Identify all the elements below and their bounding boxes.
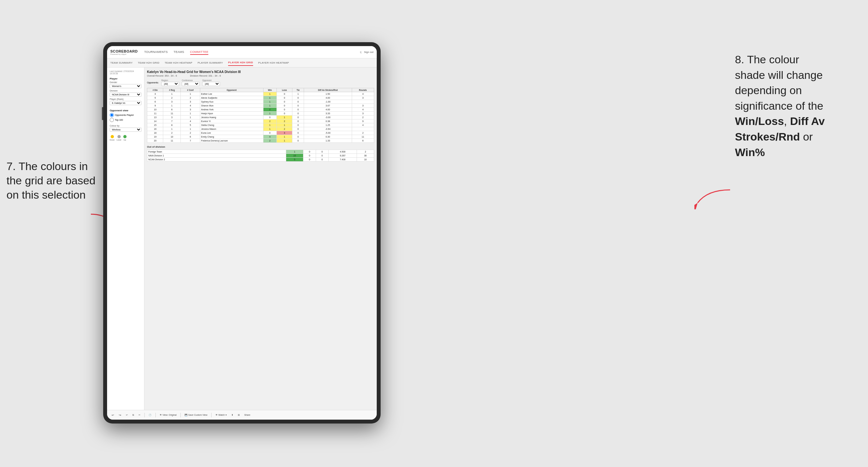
cell-reg: 6 bbox=[163, 108, 181, 112]
sidebar-gender-label: Gender bbox=[110, 81, 142, 84]
cell-loss: 0 bbox=[276, 112, 292, 116]
cell-conf: 1 bbox=[181, 112, 200, 116]
grid-area: Katelyn Vo Head-to-Head Grid for Women's… bbox=[145, 67, 377, 410]
tablet-frame: SCOREBOARD Powered by clippd TOURNAMENTS… bbox=[103, 42, 381, 424]
conference-select[interactable]: (All) bbox=[182, 82, 199, 86]
cell-conf: 3 bbox=[181, 108, 200, 112]
cell-diff: 4.00 bbox=[304, 96, 352, 100]
ood-cell-loss: 0 bbox=[303, 158, 316, 162]
ood-cell-win: 15 bbox=[286, 154, 303, 158]
watch-button[interactable]: 👁 Watch ▾ bbox=[214, 413, 228, 417]
sidebar-division-select[interactable]: NCAA Division III bbox=[110, 93, 142, 97]
cell-conf: 4 bbox=[181, 104, 200, 108]
col-header-conf: # Conf bbox=[181, 88, 200, 92]
cell-diff: 1.25 bbox=[304, 123, 352, 127]
cell-reg: 1 bbox=[163, 104, 181, 108]
copy-button[interactable]: ⧉ bbox=[131, 413, 135, 417]
cell-rounds: 11 bbox=[352, 135, 374, 139]
sidebar: Last Updated: 27/03/2024 16:55:38 Player… bbox=[107, 67, 145, 410]
cell-reg: 1 bbox=[163, 127, 181, 131]
cell-loss: 0 bbox=[276, 100, 292, 104]
opponent-select[interactable]: (All) bbox=[202, 82, 220, 86]
save-custom-button[interactable]: 💾 Save Custom View bbox=[183, 413, 209, 417]
view-original-button[interactable]: 👁 View: Original bbox=[158, 413, 178, 417]
clock-button[interactable]: 🕐 bbox=[147, 413, 153, 417]
table-row: 10 6 3 Andrea York 2 0 0 4.00 4 bbox=[147, 108, 374, 112]
cell-tie: 1 bbox=[292, 92, 304, 96]
share-icon-button[interactable]: ⬆ bbox=[230, 413, 235, 417]
subnav-player-h2h-heatmap[interactable]: PLAYER H2H HEATMAP bbox=[258, 60, 289, 66]
cell-loss: 0 bbox=[276, 92, 292, 96]
cell-diff: -3.00 bbox=[304, 116, 352, 119]
filter-conference: Conference (All) bbox=[182, 79, 199, 86]
subnav-player-h2h-grid[interactable]: PLAYER H2H GRID bbox=[228, 60, 253, 66]
cell-win: 4 bbox=[263, 135, 276, 139]
out-of-division-header: Out of division bbox=[147, 145, 374, 148]
cell-tie: 0 bbox=[292, 112, 304, 116]
cell-rounds: 4 bbox=[352, 123, 374, 127]
subnav-player-summary[interactable]: PLAYER SUMMARY bbox=[197, 60, 223, 66]
colour-by-select[interactable]: Win/loss bbox=[110, 128, 142, 132]
legend-level-dot bbox=[118, 135, 121, 138]
cell-diff: -1.00 bbox=[304, 100, 352, 104]
redo-button[interactable]: ↪ bbox=[118, 413, 123, 417]
nav-bar: SCOREBOARD Powered by clippd TOURNAMENTS… bbox=[107, 46, 377, 58]
cell-conf: 3 bbox=[181, 100, 200, 104]
legend-up-dot bbox=[123, 135, 127, 138]
cell-win: 0 bbox=[263, 131, 276, 135]
redo-icon: ↪ bbox=[119, 413, 121, 417]
opponents-played-radio[interactable]: Opponents Played bbox=[110, 113, 142, 117]
cell-conf: 2 bbox=[181, 131, 200, 135]
sidebar-player-rank-label: Player (Rank) bbox=[110, 98, 142, 100]
table-row: 16 1 1 Jessica Mason 1 2 0 -0.94 bbox=[147, 127, 374, 131]
subnav-team-summary[interactable]: TEAM SUMMARY bbox=[110, 60, 133, 66]
ood-table-row: NAIA Division 1 15 0 0 9.267 30 bbox=[147, 154, 374, 158]
sidebar-gender-select[interactable]: Women's bbox=[110, 84, 142, 88]
filter-region: Region (All) bbox=[161, 79, 179, 86]
annotation-left: 7. The colours in the grid are based on … bbox=[6, 159, 97, 202]
cell-loss: 0 bbox=[276, 108, 292, 112]
tablet-screen: SCOREBOARD Powered by clippd TOURNAMENTS… bbox=[107, 46, 377, 419]
cell-div: 5 bbox=[147, 96, 163, 100]
crop-button[interactable]: ✂ bbox=[137, 413, 142, 417]
cell-opponent: Alexis Sudjianto bbox=[200, 96, 263, 100]
share-button[interactable]: Share bbox=[243, 413, 252, 417]
undo-button[interactable]: ↩ bbox=[110, 413, 116, 417]
cell-conf: 1 bbox=[181, 127, 200, 131]
table-row: 18 2 2 Euna Lee 0 3 0 -5.00 2 bbox=[147, 131, 374, 135]
nav-teams[interactable]: TEAMS bbox=[174, 50, 184, 55]
tablet-side-button bbox=[102, 107, 103, 120]
ood-cell-opponent: NCAA Division 2 bbox=[147, 158, 286, 162]
sign-out-button[interactable]: Sign out bbox=[364, 51, 373, 54]
cell-diff: -5.00 bbox=[304, 131, 352, 135]
cell-reg: 3 bbox=[163, 116, 181, 119]
top-100-radio[interactable]: Top 100 bbox=[110, 118, 142, 122]
cell-rounds: 2 bbox=[352, 131, 374, 135]
nav-tournaments[interactable]: TOURNAMENTS bbox=[144, 50, 168, 55]
cell-opponent: Federica Domecq Lacroze bbox=[200, 139, 263, 143]
opponent-view-title: Opponent view bbox=[110, 109, 142, 112]
toolbar-divider-2 bbox=[155, 413, 156, 417]
subnav-team-h2h-heatmap[interactable]: TEAM H2H HEATMAP bbox=[164, 60, 192, 66]
grid-title: Katelyn Vo Head-to-Head Grid for Women's… bbox=[147, 70, 374, 74]
nav-committee[interactable]: COMMITTEE bbox=[190, 50, 209, 55]
cell-opponent: Sydney Kuo bbox=[200, 100, 263, 104]
subnav-team-h2h-grid[interactable]: TEAM H2H GRID bbox=[138, 60, 160, 66]
grid-icon-button[interactable]: ⊞ bbox=[237, 413, 241, 417]
col-header-rounds: Rounds bbox=[352, 88, 374, 92]
cell-reg: 11 bbox=[163, 139, 181, 143]
sidebar-player-rank-select[interactable]: 8. Katelyn Vo bbox=[110, 101, 142, 105]
cell-win: 1 bbox=[263, 112, 276, 116]
opponent-view-section: Opponent view Opponents Played Top 100 bbox=[110, 109, 142, 122]
step-back-button[interactable]: ↩ bbox=[125, 413, 129, 417]
ood-cell-win: 5 bbox=[286, 158, 303, 162]
region-select[interactable]: (All) bbox=[161, 82, 179, 86]
cell-tie: 0 bbox=[292, 116, 304, 119]
cell-diff: 4.00 bbox=[304, 108, 352, 112]
cell-diff: 1.50 bbox=[304, 92, 352, 96]
cell-opponent: Sharon Mun bbox=[200, 104, 263, 108]
cell-opponent: Emily Chang bbox=[200, 135, 263, 139]
logo-area: SCOREBOARD Powered by clippd bbox=[110, 49, 137, 55]
cell-tie: 0 bbox=[292, 131, 304, 135]
nav-links: TOURNAMENTS TEAMS COMMITTEE bbox=[144, 50, 360, 55]
